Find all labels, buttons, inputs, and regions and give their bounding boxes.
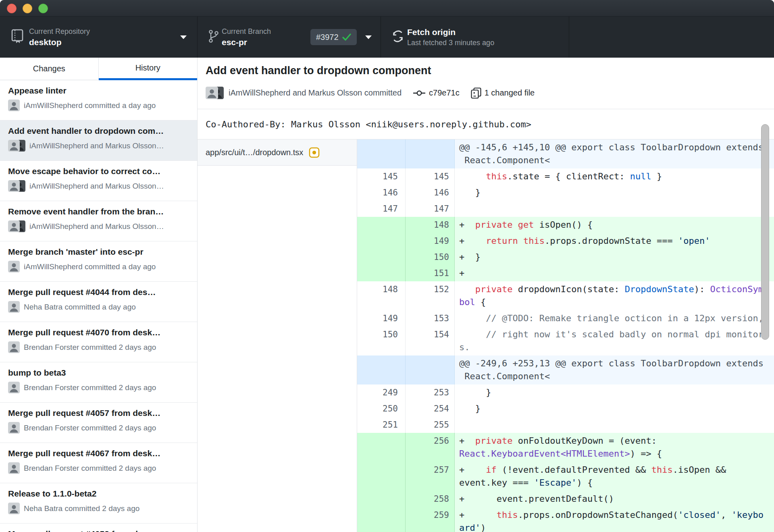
old-line-number bbox=[357, 507, 406, 532]
modified-file-icon bbox=[309, 147, 320, 158]
vertical-scrollbar-thumb[interactable] bbox=[761, 124, 769, 340]
commit-list-item[interactable]: Add event handler to dropdown com…iAmWil… bbox=[0, 121, 197, 161]
commit-meta: Brendan Forster committed 2 days ago bbox=[24, 383, 156, 392]
old-line-number: 145 bbox=[357, 168, 406, 185]
commit-list-item[interactable]: Move escape behavior to correct co…iAmWi… bbox=[0, 161, 197, 201]
avatar bbox=[8, 462, 20, 474]
fetch-origin-button[interactable]: Fetch origin Last fetched 3 minutes ago bbox=[381, 17, 569, 58]
commit-meta-row: Brendan Forster committed 2 days ago bbox=[8, 341, 191, 353]
avatar bbox=[206, 87, 218, 99]
old-line-number: 147 bbox=[357, 201, 406, 217]
tab-history[interactable]: History bbox=[99, 58, 198, 80]
old-line-number: 251 bbox=[357, 417, 406, 433]
diff-row: 148152 private dropdownIcon(state: Dropd… bbox=[357, 281, 774, 310]
avatar bbox=[8, 220, 25, 232]
new-line-number: 154 bbox=[406, 326, 455, 355]
changed-files-count: 1 changed file bbox=[485, 88, 535, 98]
fetch-subtitle: Last fetched 3 minutes ago bbox=[407, 39, 494, 47]
fetch-title: Fetch origin bbox=[407, 27, 494, 37]
avatar bbox=[8, 422, 20, 434]
sidebar-tabs: Changes History bbox=[0, 58, 197, 80]
avatar bbox=[8, 220, 20, 232]
commit-meta: iAmWillShepherd and Markus Olsson… bbox=[29, 222, 164, 231]
chevron-down-icon bbox=[180, 35, 187, 39]
diff-row: 145145 this.state = { clientRect: null } bbox=[357, 168, 774, 185]
old-line-number bbox=[357, 217, 406, 233]
commit-meta-row: Brendan Forster committed 2 days ago bbox=[8, 382, 191, 393]
avatar bbox=[8, 100, 20, 111]
old-line-number bbox=[357, 139, 406, 168]
commit-list-item[interactable]: Merge pull request #4044 from des…Neha B… bbox=[0, 282, 197, 322]
history-sidebar: Changes History Appease linteriAmWillShe… bbox=[0, 58, 198, 532]
commit-meta: iAmWillShepherd committed a day ago bbox=[24, 101, 156, 110]
new-line-number: 255 bbox=[406, 417, 455, 433]
commit-list-item[interactable]: Merge pull request #4053 from des… bbox=[0, 524, 197, 532]
new-line-number: 253 bbox=[406, 384, 455, 401]
avatar bbox=[206, 87, 224, 99]
commit-list-item[interactable]: Remove event handler from the bran…iAmWi… bbox=[0, 201, 197, 241]
commit-meta-row: Neha Batra committed a day ago bbox=[8, 301, 191, 313]
commit-icon bbox=[413, 89, 426, 97]
old-line-number: 146 bbox=[357, 185, 406, 201]
commit-title: Merge pull request #4044 from des… bbox=[8, 287, 191, 297]
code-line-content: + private onFoldoutKeyDown = (event:Reac… bbox=[455, 433, 774, 462]
github-desktop-window: { "toolbar": { "repository": { "label": … bbox=[0, 0, 774, 532]
commit-list-item[interactable]: Release to 1.1.0-beta2Neha Batra committ… bbox=[0, 483, 197, 524]
tab-changes[interactable]: Changes bbox=[0, 58, 99, 80]
new-line-number: 151 bbox=[406, 265, 455, 281]
commit-meta: iAmWillShepherd and Markus Olsson… bbox=[29, 182, 164, 191]
current-repository-button[interactable]: Current Repository desktop bbox=[0, 17, 198, 58]
code-line-content: } bbox=[455, 401, 774, 417]
commit-list-item[interactable]: Appease linteriAmWillShepherd committed … bbox=[0, 80, 197, 121]
file-path: app/src/ui/t…/dropdown.tsx bbox=[206, 148, 303, 157]
avatar bbox=[8, 382, 20, 393]
old-line-number bbox=[357, 355, 406, 384]
repository-label: Current Repository bbox=[29, 27, 90, 36]
diff-row: 258+ event.preventDefault() bbox=[357, 491, 774, 507]
code-line-content: + this.props.onDropdownStateChanged('clo… bbox=[455, 507, 774, 532]
new-line-number: 146 bbox=[406, 185, 455, 201]
new-line-number: 147 bbox=[406, 201, 455, 217]
old-line-number bbox=[357, 233, 406, 249]
commit-authors: iAmWillShepherd and Markus Olsson commit… bbox=[229, 88, 402, 98]
branch-text: Current Branch esc-pr bbox=[222, 27, 271, 47]
commit-list-item[interactable]: Merge pull request #4067 from desk…Brend… bbox=[0, 443, 197, 483]
avatar bbox=[8, 261, 20, 272]
old-line-number: 149 bbox=[357, 310, 406, 326]
commit-meta: iAmWillShepherd committed a day ago bbox=[24, 262, 156, 271]
commit-list-item[interactable]: Merge branch 'master' into esc-priAmWill… bbox=[0, 241, 197, 282]
code-line-content: + private get isOpen() { bbox=[455, 217, 774, 233]
title-bar bbox=[0, 0, 774, 16]
changed-files-panel: app/src/ui/t…/dropdown.tsx bbox=[198, 139, 357, 532]
old-line-number bbox=[357, 433, 406, 462]
commit-meta: iAmWillShepherd and Markus Olsson… bbox=[29, 141, 164, 150]
close-window-button[interactable] bbox=[7, 4, 17, 13]
code-line-content bbox=[455, 417, 774, 433]
repository-text: Current Repository desktop bbox=[29, 27, 90, 47]
commit-meta-row: Brendan Forster committed 2 days ago bbox=[8, 462, 191, 474]
branch-label: Current Branch bbox=[222, 27, 271, 36]
new-line-number: 256 bbox=[406, 433, 455, 462]
diff-row: 150+ } bbox=[357, 249, 774, 265]
code-line-content bbox=[455, 201, 774, 217]
diff-row: @@ -249,6 +253,13 @@ export class Toolba… bbox=[357, 355, 774, 384]
fetch-text: Fetch origin Last fetched 3 minutes ago bbox=[407, 27, 494, 47]
diff-row: 149153 // @TODO: Remake triangle octicon… bbox=[357, 310, 774, 326]
toolbar-spacer bbox=[569, 17, 774, 58]
code-line-content: // @TODO: Remake triangle octicon in a 1… bbox=[455, 310, 774, 326]
check-icon bbox=[342, 33, 351, 41]
changed-file-row[interactable]: app/src/ui/t…/dropdown.tsx bbox=[198, 139, 357, 166]
commit-meta: Neha Batra committed 2 days ago bbox=[24, 504, 139, 513]
commit-title: Remove event handler from the bran… bbox=[8, 207, 191, 216]
commit-list: Appease linteriAmWillShepherd committed … bbox=[0, 80, 197, 532]
commit-list-item[interactable]: Merge pull request #4057 from desk…Brend… bbox=[0, 403, 197, 443]
commit-sha: c79e71c bbox=[429, 88, 460, 98]
zoom-window-button[interactable] bbox=[38, 4, 48, 13]
commit-list-item[interactable]: bump to beta3Brendan Forster committed 2… bbox=[0, 362, 197, 403]
current-branch-button[interactable]: Current Branch esc-pr #3972 bbox=[198, 17, 381, 58]
code-line-content: private dropdownIcon(state: DropdownStat… bbox=[455, 281, 774, 310]
commit-list-item[interactable]: Merge pull request #4070 from desk…Brend… bbox=[0, 322, 197, 362]
avatar bbox=[8, 301, 20, 313]
minimize-window-button[interactable] bbox=[23, 4, 32, 13]
toolbar: Current Repository desktop Current Branc… bbox=[0, 16, 774, 58]
